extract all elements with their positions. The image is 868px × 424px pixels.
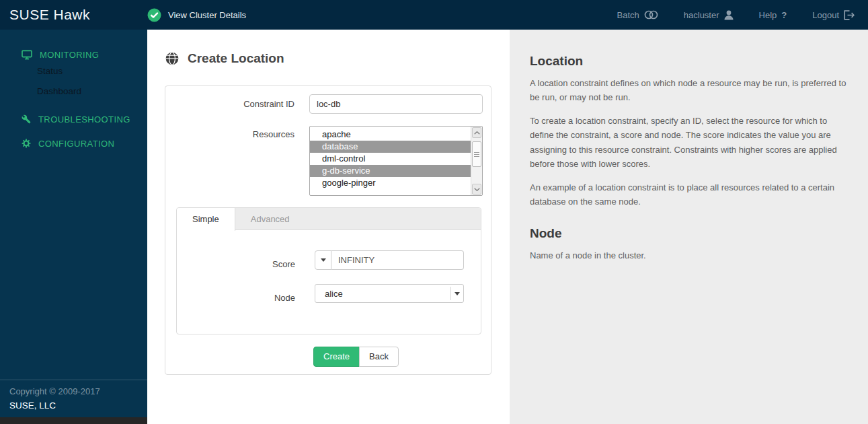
sidebar-section-configuration[interactable]: CONFIGURATION	[22, 136, 114, 151]
list-item[interactable]: google-pinger	[310, 177, 471, 189]
wrench-icon	[22, 114, 31, 124]
list-item[interactable]: database	[310, 141, 471, 153]
sidebar-section-troubleshooting[interactable]: TROUBLESHOOTING	[22, 112, 130, 127]
help-button[interactable]: Help ?	[759, 10, 787, 20]
view-cluster-details-link[interactable]: View Cluster Details	[147, 8, 246, 22]
sidebar-footer: Copyright © 2009-2017 SUSE, LLC	[0, 380, 147, 417]
list-item[interactable]: g-db-service	[310, 165, 471, 177]
list-item[interactable]: apache	[310, 129, 471, 141]
user-label: hacluster	[684, 10, 719, 20]
create-button[interactable]: Create	[313, 347, 360, 367]
help-node-title: Node	[530, 226, 851, 241]
scrollbar-thumb[interactable]	[472, 141, 481, 167]
tab-advanced[interactable]: Advanced	[235, 208, 305, 229]
sidebar-dashboard-label: Dashboard	[37, 86, 81, 96]
help-section-node: Node Name of a node in the cluster.	[530, 226, 851, 262]
resources-listbox[interactable]: apache database dml-control g-db-service…	[309, 126, 483, 196]
sidebar-item-dashboard[interactable]: Dashboard	[37, 83, 81, 98]
help-section-location: Location A location constraint defines o…	[530, 54, 851, 209]
help-paragraph: To create a location constraint, specify…	[530, 114, 851, 172]
form-actions: Create Back	[313, 347, 399, 367]
user-icon	[724, 10, 734, 20]
node-label: Node	[177, 293, 295, 304]
help-paragraph: Name of a node in the cluster.	[530, 248, 851, 262]
sidebar-section-monitoring[interactable]: MONITORING	[22, 47, 99, 62]
monitor-icon	[22, 50, 32, 60]
globe-icon	[165, 52, 179, 65]
help-location-title: Location	[530, 54, 851, 69]
help-paragraph: A location constraint defines on which n…	[530, 76, 851, 105]
scroll-down-button[interactable]	[472, 184, 481, 195]
header-nav: Batch hacluster Help ? Logout	[617, 9, 868, 20]
score-input-group	[315, 250, 464, 270]
scrollbar-grip	[474, 151, 479, 158]
node-select[interactable]: alice	[315, 284, 464, 303]
help-paragraph: An example of a location constraint is t…	[530, 180, 851, 209]
logout-icon	[844, 10, 855, 20]
copyright-text: Copyright © 2009-2017	[9, 386, 138, 396]
chevron-down-icon	[455, 292, 460, 295]
check-circle-icon	[147, 8, 161, 22]
batch-button[interactable]: Batch	[617, 9, 658, 20]
page-title-text: Create Location	[188, 51, 284, 66]
sidebar: MONITORING Status Dashboard TROUBLESHOOT…	[0, 30, 147, 424]
view-cluster-details-label: View Cluster Details	[168, 10, 246, 20]
sidebar-bottom-strip	[0, 417, 147, 424]
app-header: SUSE Hawk View Cluster Details Batch hac…	[0, 0, 868, 30]
help-panel: Location A location constraint defines o…	[510, 30, 868, 424]
sidebar-configuration-label: CONFIGURATION	[38, 139, 114, 149]
brand-logo[interactable]: SUSE Hawk	[0, 7, 147, 23]
sidebar-troubleshooting-label: TROUBLESHOOTING	[38, 114, 130, 125]
select-caret-zone	[450, 287, 463, 300]
tab-bar: Simple Advanced	[177, 208, 481, 230]
list-item[interactable]: dml-control	[310, 153, 471, 165]
help-label: Help	[759, 10, 777, 20]
logout-button[interactable]: Logout	[812, 10, 855, 20]
score-dropdown-button[interactable]	[315, 250, 331, 270]
constraint-id-input[interactable]	[309, 94, 483, 114]
listbox-scrollbar[interactable]	[471, 127, 482, 195]
back-button[interactable]: Back	[359, 347, 399, 367]
create-location-form: Constraint ID Resources apache database …	[165, 85, 491, 375]
constraint-id-label: Constraint ID	[165, 99, 294, 110]
user-menu[interactable]: hacluster	[684, 10, 734, 20]
logout-label: Logout	[812, 10, 839, 20]
company-text: SUSE, LLC	[9, 400, 138, 411]
question-mark-icon: ?	[781, 10, 787, 20]
chevron-down-icon	[321, 258, 326, 262]
batch-label: Batch	[617, 10, 639, 20]
main-content: Create Location Constraint ID Resources …	[147, 30, 510, 424]
sidebar-monitoring-label: MONITORING	[40, 50, 99, 60]
gear-icon	[22, 139, 31, 148]
node-selected-value: alice	[315, 289, 450, 299]
batch-icon	[644, 9, 658, 20]
page-title: Create Location	[165, 51, 284, 66]
constraint-tabs-widget: Simple Advanced Score Node alice	[176, 207, 481, 334]
resources-options: apache database dml-control g-db-service…	[310, 129, 471, 189]
scroll-up-button[interactable]	[472, 127, 481, 138]
sidebar-status-label: Status	[37, 66, 63, 76]
score-input[interactable]	[331, 250, 464, 270]
tab-simple[interactable]: Simple	[177, 208, 235, 231]
sidebar-item-status[interactable]: Status	[37, 63, 63, 78]
score-label: Score	[177, 259, 295, 270]
resources-label: Resources	[165, 129, 294, 140]
